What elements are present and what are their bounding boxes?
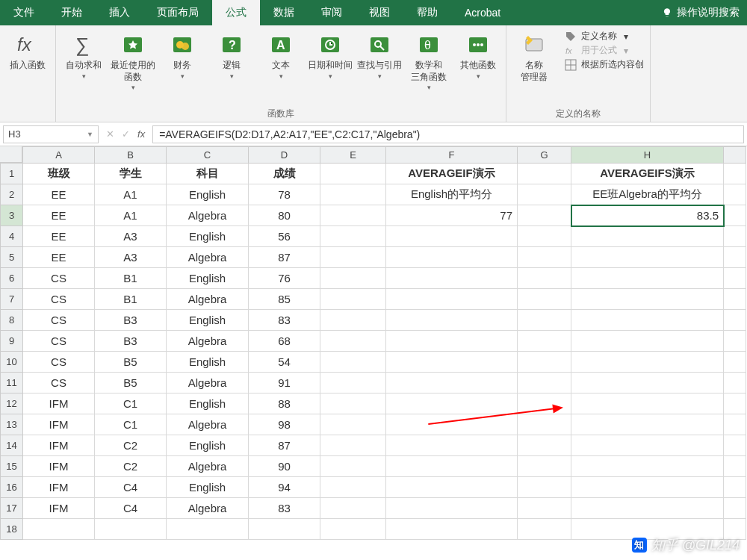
cell-F7[interactable] <box>386 289 518 310</box>
cell-B18[interactable] <box>95 519 167 540</box>
cell-edge-9[interactable] <box>724 331 746 352</box>
cell-A5[interactable]: EE <box>23 247 95 268</box>
cell-A13[interactable]: IFM <box>23 414 95 435</box>
cell-G5[interactable] <box>518 247 571 268</box>
row-header-16[interactable]: 16 <box>1 477 23 498</box>
cell-F5[interactable] <box>386 247 518 268</box>
cell-G10[interactable] <box>518 352 571 373</box>
cell-H15[interactable] <box>571 456 724 477</box>
cell-D16[interactable]: 94 <box>249 477 320 498</box>
select-all-corner[interactable] <box>0 146 22 163</box>
cell-D13[interactable]: 98 <box>249 414 320 435</box>
tab-view[interactable]: 视图 <box>356 0 403 25</box>
cell-D3[interactable]: 80 <box>249 205 320 226</box>
tab-layout[interactable]: 页面布局 <box>143 0 212 25</box>
cell-F8[interactable] <box>386 310 518 331</box>
cell-G4[interactable] <box>518 226 571 247</box>
cell-G7[interactable] <box>518 289 571 310</box>
cell-H6[interactable] <box>571 268 724 289</box>
chevron-down-icon[interactable]: ▼ <box>87 131 93 138</box>
cell-E11[interactable] <box>320 373 386 393</box>
cell-A16[interactable]: IFM <box>23 477 95 498</box>
cell-G16[interactable] <box>518 477 571 498</box>
cell-B7[interactable]: B1 <box>95 289 167 310</box>
cell-C5[interactable]: Algebra <box>167 247 249 268</box>
cell-G18[interactable] <box>518 519 571 540</box>
cell-C4[interactable]: English <box>167 226 249 247</box>
cell-edge-8[interactable] <box>724 310 746 331</box>
cell-A18[interactable] <box>23 519 95 540</box>
row-header-1[interactable]: 1 <box>1 164 23 184</box>
cell-edge-16[interactable] <box>724 477 746 498</box>
tab-help[interactable]: 帮助 <box>403 0 451 25</box>
row-header-10[interactable]: 10 <box>1 352 23 373</box>
cell-F12[interactable] <box>386 393 518 414</box>
cell-edge-17[interactable] <box>724 498 746 519</box>
cell-F16[interactable] <box>386 477 518 498</box>
cell-H12[interactable] <box>571 393 724 414</box>
cell-E12[interactable] <box>320 393 386 414</box>
cell-C3[interactable]: Algebra <box>167 205 249 226</box>
cell-C10[interactable]: English <box>167 352 249 373</box>
cell-D17[interactable]: 83 <box>249 498 320 519</box>
cell-C12[interactable]: English <box>167 393 249 414</box>
cell-H3[interactable]: 83.5 <box>571 205 724 226</box>
cell-edge-12[interactable] <box>724 393 746 414</box>
cell-C15[interactable]: Algebra <box>167 456 249 477</box>
cell-G14[interactable] <box>518 435 571 456</box>
col-header-B[interactable]: B <box>95 147 167 164</box>
lookup-button[interactable]: 查找与引用▾ <box>356 28 403 81</box>
cell-D10[interactable]: 54 <box>249 352 320 373</box>
cell-H9[interactable] <box>571 331 724 352</box>
cell-G13[interactable] <box>518 414 571 435</box>
cell-H1[interactable]: AVERAGEIFS演示 <box>571 164 724 184</box>
tab-insert[interactable]: 插入 <box>96 0 143 25</box>
cell-E10[interactable] <box>320 352 386 373</box>
cell-edge-1[interactable] <box>724 164 746 184</box>
cell-H14[interactable] <box>571 435 724 456</box>
financial-button[interactable]: 财务▾ <box>159 28 205 81</box>
cell-F2[interactable]: English的平均分 <box>386 184 518 205</box>
cell-C2[interactable]: English <box>167 184 249 205</box>
row-header-12[interactable]: 12 <box>1 393 23 414</box>
cell-D7[interactable]: 85 <box>249 289 320 310</box>
cell-E1[interactable] <box>320 164 386 184</box>
cell-C9[interactable]: Algebra <box>167 331 249 352</box>
cell-A9[interactable]: CS <box>23 331 95 352</box>
cell-edge-2[interactable] <box>724 184 746 205</box>
cell-E6[interactable] <box>320 268 386 289</box>
formula-bar[interactable]: =AVERAGEIFS(D2:D17,A2:A17,"EE",C2:C17,"A… <box>152 125 744 143</box>
cell-G6[interactable] <box>518 268 571 289</box>
name-box[interactable]: H3 ▼ <box>3 125 99 143</box>
logical-button[interactable]: ? 逻辑▾ <box>208 28 255 81</box>
cell-A3[interactable]: EE <box>23 205 95 226</box>
tab-file[interactable]: 文件 <box>0 0 48 25</box>
row-header-11[interactable]: 11 <box>1 373 23 393</box>
cell-E13[interactable] <box>320 414 386 435</box>
cell-A14[interactable]: IFM <box>23 435 95 456</box>
fx-icon-small[interactable]: fx <box>137 128 145 140</box>
row-header-6[interactable]: 6 <box>1 268 23 289</box>
recent-fn-button[interactable]: 最近使用的 函数▾ <box>110 28 156 93</box>
cell-D11[interactable]: 91 <box>249 373 320 393</box>
tab-formulas[interactable]: 公式 <box>212 0 260 25</box>
row-header-3[interactable]: 3 <box>1 205 23 226</box>
cell-A4[interactable]: EE <box>23 226 95 247</box>
row-header-15[interactable]: 15 <box>1 456 23 477</box>
cell-G8[interactable] <box>518 310 571 331</box>
cell-B6[interactable]: B1 <box>95 268 167 289</box>
cell-G2[interactable] <box>518 184 571 205</box>
cell-edge-15[interactable] <box>724 456 746 477</box>
cell-D14[interactable]: 87 <box>249 435 320 456</box>
cell-edge-4[interactable] <box>724 226 746 247</box>
cell-E3[interactable] <box>320 205 386 226</box>
cell-D2[interactable]: 78 <box>249 184 320 205</box>
cell-H5[interactable] <box>571 247 724 268</box>
cell-G1[interactable] <box>518 164 571 184</box>
cell-A1[interactable]: 班级 <box>23 164 95 184</box>
cell-H7[interactable] <box>571 289 724 310</box>
cell-B4[interactable]: A3 <box>95 226 167 247</box>
cell-edge-13[interactable] <box>724 414 746 435</box>
cell-B13[interactable]: C1 <box>95 414 167 435</box>
cell-B15[interactable]: C2 <box>95 456 167 477</box>
